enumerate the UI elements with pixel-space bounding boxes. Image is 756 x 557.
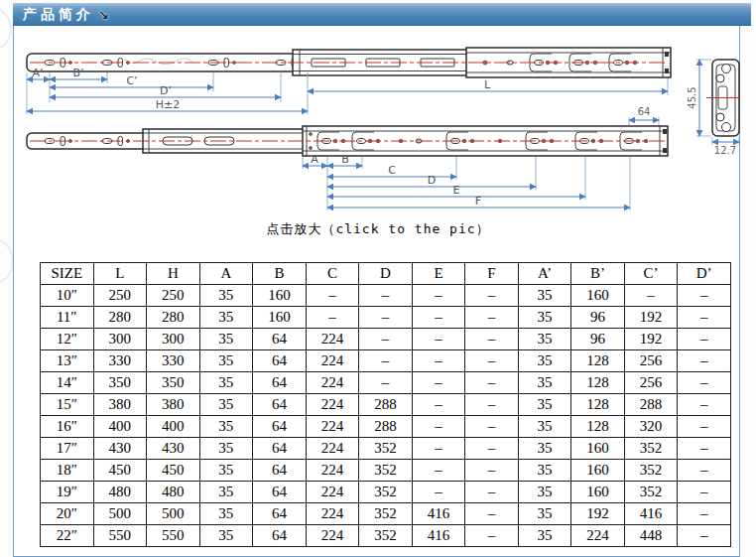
table-cell: 35 [199,460,253,482]
table-cell: 352 [359,525,413,547]
table-cell: 400 [93,416,147,438]
table-cell: – [678,482,731,503]
table-cell: 35 [518,329,571,350]
table-cell: 64 [253,482,307,503]
table-cell: 224 [306,350,359,372]
table-cell: 96 [571,307,625,329]
column-header: H [147,263,200,285]
table-cell: 35 [199,329,253,350]
table-cell: 160 [571,285,625,307]
column-header: F [465,263,519,285]
column-header: L [93,263,147,285]
table-cell: – [412,438,465,460]
table-cell: – [678,350,731,372]
table-cell: – [412,307,465,329]
table-cell: 128 [571,394,625,416]
product-intro-page: 产品简介 ↘ [0,0,756,557]
table-cell: 35 [199,438,253,460]
table-cell: – [412,372,465,394]
table-row: 18″4504503564224352––35160352– [41,460,731,482]
table-cell: 64 [253,503,307,525]
table-cell: 256 [624,372,678,394]
table-cell: 12″ [41,329,94,350]
section-title-bar: 产品简介 ↘ [13,3,751,26]
table-cell: 352 [359,482,413,503]
table-cell: 300 [147,329,200,350]
table-cell: 450 [147,460,200,482]
table-cell: 128 [571,416,625,438]
table-row: 15″3803803564224288––35128288– [41,394,731,416]
table-cell: – [465,416,519,438]
column-header: A’ [518,263,571,285]
table-cell: 448 [624,525,678,547]
table-cell: 35 [518,503,571,525]
table-cell: – [412,329,465,350]
dim-label-a: A [311,153,318,166]
table-cell: 160 [571,438,625,460]
table-cell: – [306,307,359,329]
table-cell: 160 [571,460,625,482]
table-row: 12″3003003564224–––3596192– [41,329,731,350]
table-row: 17″4304303564224352––35160352– [41,438,731,460]
table-cell: 500 [147,503,200,525]
table-cell: – [465,525,519,547]
table-cell: 22″ [41,525,94,547]
table-row: 20″5005003564224352416–35192416– [41,503,731,525]
table-cell: 500 [93,503,147,525]
size-table-header: SIZELHABCDEFA’B’C’D’ [41,263,731,285]
table-cell: 64 [253,438,307,460]
table-cell: 64 [253,525,307,547]
table-cell: – [678,329,731,350]
table-cell: 35 [518,350,571,372]
table-cell: 224 [306,438,359,460]
jump-arrow-icon[interactable]: ↘ [98,3,109,26]
table-cell: 352 [624,460,678,482]
table-cell: 35 [518,460,571,482]
table-cell: 352 [624,438,678,460]
table-cell: – [359,329,413,350]
table-cell: – [359,285,413,307]
dim-label-section-height: 45.5 [687,86,697,108]
table-cell: – [306,285,359,307]
table-cell: 330 [93,350,147,372]
table-row: 14″3503503564224–––35128256– [41,372,731,394]
column-header: D’ [678,263,731,285]
table-row: 16″4004003564224288––35128320– [41,416,731,438]
table-row: 13″3303303564224–––35128256– [41,350,731,372]
table-cell: – [412,416,465,438]
table-cell: 380 [147,394,200,416]
table-cell: 224 [306,503,359,525]
table-cell: 35 [199,307,253,329]
table-cell: 224 [306,482,359,503]
table-cell: 160 [253,307,307,329]
table-cell: 250 [147,285,200,307]
table-cell: 416 [624,503,678,525]
table-cell: 17″ [41,438,94,460]
dim-label-a-prime: A’ [32,67,43,79]
decorative-arc [0,236,14,286]
column-header: SIZE [41,263,94,285]
table-cell: – [465,460,519,482]
table-cell: 14″ [41,372,94,394]
table-cell: – [359,350,413,372]
table-cell: 35 [199,482,253,503]
table-cell: 352 [624,482,678,503]
dim-label-b-prime: B’ [72,67,83,79]
technical-drawing[interactable]: A’ B’ C’ D’ H±2 L [13,27,740,221]
table-cell: – [465,329,519,350]
table-cell: 350 [147,372,200,394]
table-cell: 450 [93,460,147,482]
table-cell: 19″ [41,482,94,503]
table-cell: 416 [412,503,465,525]
table-cell: 35 [518,525,571,547]
column-header: B’ [571,263,625,285]
table-cell: 224 [306,329,359,350]
table-cell: 330 [147,350,200,372]
table-cell: 64 [253,372,307,394]
table-cell: – [678,372,731,394]
click-to-enlarge-link[interactable]: 点击放大（click to the pic） [0,220,756,238]
table-cell: 35 [518,416,571,438]
table-cell: 224 [306,372,359,394]
table-cell: 400 [147,416,200,438]
table-cell: 192 [624,329,678,350]
